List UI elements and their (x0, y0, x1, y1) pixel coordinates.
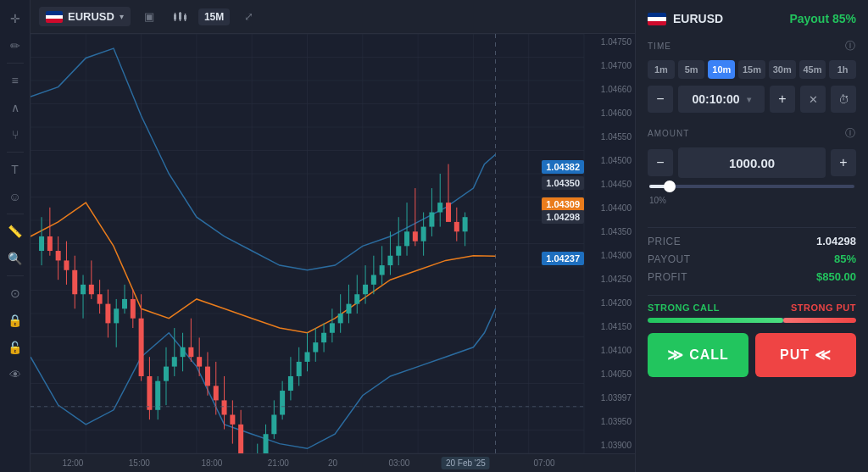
xaxis-03: 03:00 (388, 458, 409, 468)
text-icon[interactable]: T (3, 158, 27, 181)
slider-pct: 10% (649, 196, 666, 205)
time-buttons: 1m 5m 10m 15m 30m 45m 1h (648, 60, 856, 79)
call-arrows-icon: ≫ (667, 346, 684, 364)
lines-icon[interactable]: ≡ (3, 69, 27, 92)
lock2-icon[interactable]: 🔓 (3, 336, 27, 359)
time-btn-15m[interactable]: 15m (738, 60, 765, 79)
xaxis-07: 07:00 (534, 458, 555, 468)
price-tag-3: 1.04309 (542, 197, 584, 211)
price-row: PRICE 1.04298 (648, 235, 856, 247)
chart-container: EURUSD ▾ ▣ 15M ⤢ 1.04382 (31, 0, 635, 472)
put-button[interactable]: PUT ≪ (755, 333, 856, 377)
panel-flag (648, 13, 666, 25)
asset-selector[interactable]: EURUSD ▾ (39, 7, 131, 26)
price-tag-2: 1.04350 (542, 176, 584, 190)
eye-icon[interactable]: 👁 (3, 363, 27, 386)
asset-flag (46, 11, 63, 23)
amount-section-label: AMOUNT ⓘ (648, 126, 856, 141)
price-label: PRICE (648, 236, 681, 247)
time-display: 00:10:00 ▾ (678, 86, 765, 113)
strong-put-label: STRONG PUT (791, 303, 856, 313)
expand-btn[interactable]: ⤢ (236, 5, 260, 29)
amount-input-row: − 1000.00 + (648, 147, 856, 178)
divider-3 (7, 214, 24, 214)
price-tag-5: 1.04237 (542, 252, 584, 265)
strength-fill-green (648, 318, 783, 323)
chart-canvas[interactable]: 1.04382 1.04350 1.04309 1.04298 1.04237 … (31, 34, 635, 453)
panel-payout: Payout 85% (789, 12, 856, 25)
panel-asset: EURUSD (648, 12, 723, 25)
time-input-row: − 00:10:00 ▾ + ✕ ⏱ (648, 86, 856, 113)
profit-row: PROFIT $850.00 (648, 270, 856, 283)
divider-2 (648, 295, 856, 296)
monitor-btn[interactable]: ▣ (137, 5, 161, 29)
timeframe-btn[interactable]: 15M (198, 8, 230, 25)
slider-container[interactable]: 10% (648, 185, 856, 207)
zoom-icon[interactable]: 🔍 (3, 247, 27, 270)
amount-section: AMOUNT ⓘ − 1000.00 + 10% (648, 126, 856, 210)
xaxis-12: 12:00 (62, 458, 83, 468)
payout-row: PAYOUT 85% (648, 253, 856, 265)
time-section-label: TIME ⓘ (648, 39, 856, 53)
trend-icon[interactable]: ∧ (3, 96, 27, 119)
amount-increase-btn[interactable]: + (831, 149, 856, 176)
svg-rect-3 (179, 13, 181, 19)
divider-2 (7, 152, 24, 153)
profit-value: $850.00 (816, 270, 856, 283)
amount-decrease-btn[interactable]: − (648, 149, 673, 176)
right-panel: EURUSD Payout 85% TIME ⓘ 1m 5m 10m 15m 3… (635, 0, 868, 472)
profit-label: PROFIT (648, 271, 687, 283)
smile-icon[interactable]: ☺ (3, 185, 27, 208)
magnet-icon[interactable]: ⊙ (3, 281, 27, 305)
time-clock-btn[interactable]: ⏱ (831, 86, 856, 113)
xaxis-date: 20 Feb '25 (442, 457, 490, 469)
time-increase-btn[interactable]: + (770, 86, 795, 113)
chart-header: EURUSD ▾ ▣ 15M ⤢ (31, 0, 635, 34)
put-arrows-icon: ≪ (815, 346, 832, 364)
strong-call-label: STRONG CALL (648, 303, 720, 313)
strength-fill-red (783, 318, 856, 323)
price-value: 1.04298 (816, 235, 856, 247)
price-tag-4: 1.04298 (542, 210, 584, 224)
payout-label: PAYOUT (648, 253, 691, 265)
slider-thumb[interactable] (664, 180, 676, 192)
panel-header: EURUSD Payout 85% (648, 12, 856, 25)
time-info-icon: ⓘ (845, 39, 856, 53)
xaxis-15: 15:00 (129, 458, 150, 468)
time-dropdown-icon: ▾ (747, 95, 751, 104)
price-axis: 1.04750 1.04700 1.04660 1.04600 1.04550 … (584, 34, 635, 453)
amount-info-icon: ⓘ (845, 126, 856, 141)
chevron-down-icon: ▾ (120, 12, 124, 21)
time-decrease-btn[interactable]: − (648, 86, 673, 113)
payout-value: 85% (834, 253, 856, 265)
pencil-icon[interactable]: ✏ (3, 34, 27, 58)
amount-display: 1000.00 (678, 147, 826, 178)
strong-row: STRONG CALL STRONG PUT (648, 303, 856, 313)
divider-1 (7, 63, 24, 64)
crosshair-icon[interactable]: ✛ (3, 7, 27, 31)
chart-type-btn[interactable] (168, 5, 192, 29)
time-btn-5m[interactable]: 5m (678, 60, 705, 79)
svg-rect-0 (174, 14, 176, 19)
lock-icon[interactable]: 🔒 (3, 308, 27, 332)
ruler-icon[interactable]: 📏 (3, 219, 27, 243)
trade-buttons: ≫ CALL PUT ≪ (648, 333, 856, 377)
time-expand-btn[interactable]: ✕ (800, 86, 826, 113)
xaxis-18: 18:00 (201, 458, 222, 468)
amount-value: 1000.00 (729, 156, 775, 170)
call-button[interactable]: ≫ CALL (648, 333, 748, 377)
time-btn-30m[interactable]: 30m (769, 60, 796, 79)
price-tag-1: 1.04382 (542, 160, 584, 174)
time-btn-1m[interactable]: 1m (648, 60, 675, 79)
slider-track (649, 185, 854, 188)
xaxis-21: 21:00 (268, 458, 289, 468)
divider-main (648, 227, 856, 228)
time-btn-45m[interactable]: 45m (799, 60, 826, 79)
time-btn-1h[interactable]: 1h (829, 60, 856, 79)
time-btn-10m[interactable]: 10m (708, 60, 735, 79)
asset-label: EURUSD (68, 10, 114, 23)
fork-icon[interactable]: ⑂ (3, 123, 27, 147)
chart-xaxis: 12:00 15:00 18:00 21:00 20 03:00 20 Feb … (31, 453, 635, 472)
divider-4 (7, 275, 24, 276)
svg-rect-6 (184, 15, 186, 19)
